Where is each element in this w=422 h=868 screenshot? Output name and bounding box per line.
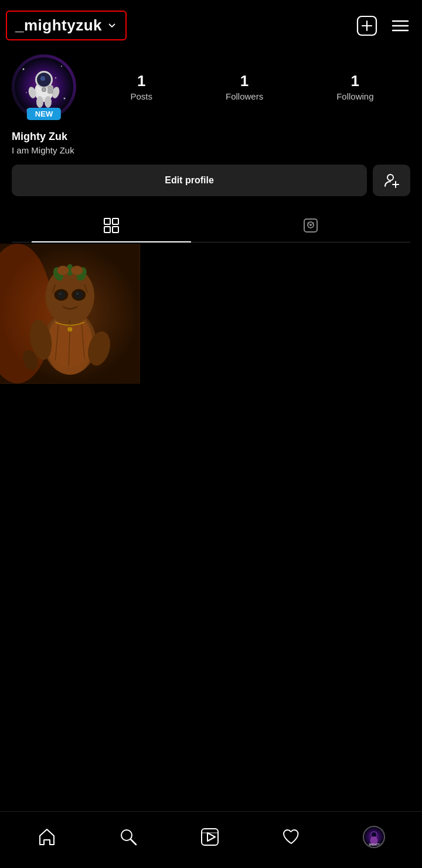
nav-search[interactable] (115, 823, 142, 850)
svg-point-59 (57, 266, 69, 275)
followers-count: 1 (240, 72, 249, 90)
svg-rect-21 (47, 86, 53, 94)
hamburger-menu-icon (390, 16, 410, 36)
grid-icon (103, 217, 120, 234)
followers-stat[interactable]: 1 Followers (226, 72, 263, 101)
profile-tabs (12, 209, 410, 242)
home-icon (37, 827, 57, 847)
tagged-icon (302, 217, 319, 234)
reels-icon (200, 827, 220, 847)
svg-point-11 (64, 98, 66, 100)
svg-point-33 (309, 224, 312, 226)
username-label: _mightyzuk (15, 16, 102, 35)
svg-marker-64 (207, 833, 215, 841)
app-header: _mightyzuk (0, 0, 422, 49)
username-selector[interactable]: _mightyzuk (6, 11, 127, 40)
nav-spacer (0, 384, 422, 442)
bottom-nav: MIGHTY ZUK (0, 811, 422, 868)
nav-profile-avatar: MIGHTY ZUK (363, 826, 385, 848)
header-actions (356, 15, 410, 36)
grid-item[interactable] (0, 244, 140, 384)
svg-point-23 (43, 88, 46, 91)
add-post-icon (356, 15, 377, 36)
profile-bio: I am Mighty Zuk (12, 145, 410, 155)
posts-stat[interactable]: 1 Posts (130, 72, 152, 101)
followers-label: Followers (226, 91, 263, 101)
nav-profile[interactable]: MIGHTY ZUK (359, 822, 389, 852)
svg-point-8 (61, 66, 62, 67)
svg-rect-27 (104, 218, 110, 224)
svg-point-20 (45, 96, 52, 108)
profile-section: MIGHTY ZUK NEW 1 Posts 1 Followers 1 Fol… (0, 49, 422, 242)
stats-row: 1 Posts 1 Followers 1 Following (94, 72, 410, 101)
following-label: Following (336, 91, 373, 101)
groot-image (0, 244, 140, 384)
menu-button[interactable] (390, 16, 410, 36)
svg-point-60 (71, 266, 83, 275)
nav-avatar-image: MIGHTY ZUK (364, 826, 384, 848)
profile-top: MIGHTY ZUK NEW 1 Posts 1 Followers 1 Fol… (12, 54, 410, 119)
following-count: 1 (351, 72, 359, 90)
add-friend-button[interactable] (373, 165, 410, 196)
svg-point-55 (67, 327, 72, 332)
nav-likes[interactable] (278, 823, 305, 850)
chevron-down-icon (107, 20, 117, 31)
action-buttons: Edit profile (12, 165, 410, 196)
new-badge: NEW (27, 108, 61, 120)
heart-icon (281, 827, 301, 847)
svg-rect-29 (104, 227, 110, 233)
posts-label: Posts (130, 91, 152, 101)
nav-home[interactable] (33, 823, 60, 850)
svg-point-19 (36, 96, 43, 108)
add-post-button[interactable] (356, 15, 377, 36)
posts-grid (0, 244, 422, 384)
svg-point-47 (74, 291, 83, 299)
posts-count: 1 (137, 72, 145, 90)
avatar-image (15, 57, 73, 116)
svg-point-46 (57, 291, 65, 299)
tab-grid[interactable] (12, 209, 211, 242)
following-stat[interactable]: 1 Following (336, 72, 373, 101)
edit-profile-button[interactable]: Edit profile (12, 165, 367, 196)
svg-rect-30 (113, 227, 118, 233)
search-icon (118, 827, 138, 847)
svg-rect-28 (113, 218, 118, 224)
svg-line-62 (131, 839, 136, 845)
svg-point-10 (26, 92, 27, 93)
svg-point-16 (40, 76, 45, 81)
profile-display-name: Mighty Zuk (12, 131, 410, 143)
nav-reels[interactable] (196, 823, 223, 850)
svg-point-7 (23, 69, 25, 70)
tab-tagged[interactable] (211, 209, 410, 242)
svg-point-48 (59, 293, 61, 295)
add-person-icon (383, 172, 400, 189)
svg-text:MIGHTY ZUK: MIGHTY ZUK (369, 843, 384, 846)
avatar-wrap: MIGHTY ZUK NEW (12, 54, 76, 119)
svg-point-24 (387, 175, 393, 180)
svg-point-49 (76, 293, 79, 295)
svg-point-9 (55, 77, 56, 78)
